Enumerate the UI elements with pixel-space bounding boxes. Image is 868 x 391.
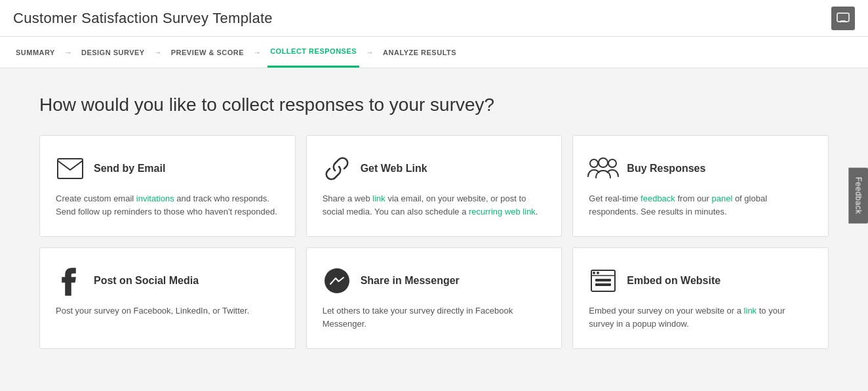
svg-point-11 <box>597 272 599 274</box>
card-buy-header: Buy Responses <box>589 154 812 183</box>
nav-item-analyze[interactable]: ANALYZE RESULTS <box>380 37 459 68</box>
card-embed-desc: Embed your survey on your website or a l… <box>589 304 812 330</box>
card-embed-header: Embed on Website <box>589 266 812 295</box>
card-buy[interactable]: Buy Responses Get real-time feedback fro… <box>572 135 829 237</box>
card-buy-title: Buy Responses <box>627 163 705 175</box>
card-buy-desc: Get real-time feedback from our panel of… <box>589 192 812 218</box>
card-weblink-desc: Share a web link via email, on your webs… <box>323 192 546 218</box>
card-embed[interactable]: Embed on Website Embed your survey on yo… <box>572 247 829 349</box>
card-weblink-header: Get Web Link <box>323 154 546 183</box>
card-email-desc: Create custom email invitations and trac… <box>56 192 279 218</box>
messenger-icon <box>323 266 351 295</box>
nav-arrow-3: → <box>253 48 261 57</box>
nav-arrow-1: → <box>64 48 72 57</box>
card-weblink[interactable]: Get Web Link Share a web link via email,… <box>306 135 562 237</box>
svg-point-10 <box>593 272 595 274</box>
cards-grid: Send by Email Create custom email invita… <box>39 135 829 349</box>
nav-item-design[interactable]: DESIGN SURVEY <box>79 37 148 68</box>
svg-rect-8 <box>595 279 611 281</box>
nav-item-preview[interactable]: PREVIEW & SCORE <box>168 37 247 68</box>
svg-point-3 <box>608 159 616 167</box>
nav-arrow-2: → <box>154 48 162 57</box>
card-messenger[interactable]: Share in Messenger Let others to take yo… <box>306 247 562 349</box>
svg-rect-0 <box>837 13 849 22</box>
people-icon <box>589 154 618 183</box>
card-social[interactable]: Post on Social Media Post your survey on… <box>39 247 296 349</box>
svg-point-2 <box>590 159 598 167</box>
card-social-header: Post on Social Media <box>56 266 279 295</box>
svg-point-4 <box>599 158 608 167</box>
nav-item-summary[interactable]: SUMMARY <box>13 37 58 68</box>
card-messenger-title: Share in Messenger <box>361 275 460 287</box>
card-messenger-header: Share in Messenger <box>323 266 546 295</box>
main-title: How would you like to collect responses … <box>39 94 829 115</box>
navigation: SUMMARY → DESIGN SURVEY → PREVIEW & SCOR… <box>0 37 868 68</box>
facebook-icon <box>56 266 85 295</box>
email-icon <box>56 154 85 183</box>
card-weblink-title: Get Web Link <box>361 163 427 175</box>
link-icon <box>323 154 351 183</box>
feedback-tab[interactable]: Feedback <box>849 168 868 224</box>
card-email-header: Send by Email <box>56 154 279 183</box>
chat-icon <box>837 12 850 24</box>
header: Customer Satisfaction Survey Template <box>0 0 868 37</box>
embed-icon <box>589 266 618 295</box>
card-embed-title: Embed on Website <box>627 275 720 287</box>
svg-rect-9 <box>595 283 611 286</box>
card-email[interactable]: Send by Email Create custom email invita… <box>39 135 296 237</box>
chat-button[interactable] <box>831 7 855 30</box>
page-title: Customer Satisfaction Survey Template <box>13 10 273 27</box>
card-messenger-desc: Let others to take your survey directly … <box>323 304 546 330</box>
svg-rect-1 <box>58 159 83 178</box>
nav-arrow-4: → <box>366 48 374 57</box>
nav-item-collect[interactable]: COLLECT RESPONSES <box>267 37 359 68</box>
card-social-desc: Post your survey on Facebook, LinkedIn, … <box>56 304 279 318</box>
card-social-title: Post on Social Media <box>94 275 199 287</box>
card-email-title: Send by Email <box>94 163 165 175</box>
main-content: How would you like to collect responses … <box>0 68 868 391</box>
